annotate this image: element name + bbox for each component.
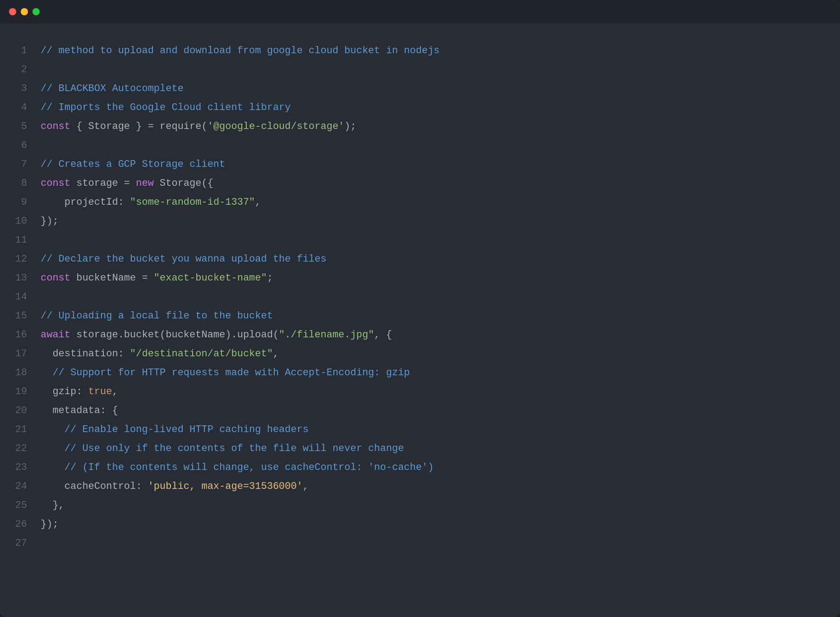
line-content: // (If the contents will change, use cac… (41, 458, 434, 477)
code-line: 6 (9, 136, 831, 155)
code-line: 25 }, (9, 496, 831, 515)
code-line: 19 gzip: true, (9, 382, 831, 401)
code-line: 11 (9, 231, 831, 250)
line-number: 9 (9, 193, 41, 212)
code-line: 12// Declare the bucket you wanna upload… (9, 250, 831, 269)
line-number: 13 (9, 269, 41, 288)
line-content (41, 60, 46, 79)
line-number: 22 (9, 439, 41, 458)
line-number: 24 (9, 477, 41, 496)
line-number: 14 (9, 288, 41, 307)
code-line: 16await storage.bucket(bucketName).uploa… (9, 326, 831, 345)
line-number: 26 (9, 515, 41, 534)
line-number: 3 (9, 79, 41, 98)
code-line: 26}); (9, 515, 831, 534)
line-content (41, 288, 46, 307)
code-line: 1// method to upload and download from g… (9, 41, 831, 60)
editor-window: 1// method to upload and download from g… (0, 0, 840, 617)
code-line: 10}); (9, 212, 831, 231)
close-button[interactable] (9, 8, 16, 15)
code-line: 21 // Enable long-lived HTTP caching hea… (9, 420, 831, 439)
line-content: }, (41, 496, 65, 515)
minimize-button[interactable] (21, 8, 28, 15)
code-line: 18 // Support for HTTP requests made wit… (9, 364, 831, 382)
line-content (41, 136, 46, 155)
line-content: gzip: true, (41, 382, 118, 401)
line-number: 2 (9, 60, 41, 79)
code-line: 13const bucketName = "exact-bucket-name"… (9, 269, 831, 288)
line-number: 25 (9, 496, 41, 515)
line-number: 15 (9, 307, 41, 326)
line-number: 12 (9, 250, 41, 269)
line-content: const storage = new Storage({ (41, 174, 213, 193)
line-number: 21 (9, 420, 41, 439)
code-line: 3// BLACKBOX Autocomplete (9, 79, 831, 98)
line-number: 7 (9, 155, 41, 174)
code-line: 20 metadata: { (9, 401, 831, 420)
line-number: 1 (9, 41, 41, 60)
line-content: metadata: { (41, 401, 118, 420)
line-content (41, 231, 46, 250)
line-number: 27 (9, 534, 41, 553)
code-line: 24 cacheControl: 'public, max-age=315360… (9, 477, 831, 496)
line-number: 6 (9, 136, 41, 155)
line-content: // Use only if the contents of the file … (41, 439, 404, 458)
line-number: 23 (9, 458, 41, 477)
code-line: 8const storage = new Storage({ (9, 174, 831, 193)
line-content: }); (41, 515, 59, 534)
code-line: 23 // (If the contents will change, use … (9, 458, 831, 477)
line-content (41, 534, 46, 553)
line-content: // Creates a GCP Storage client (41, 155, 225, 174)
code-line: 9 projectId: "some-random-id-1337", (9, 193, 831, 212)
code-line: 5const { Storage } = require('@google-cl… (9, 117, 831, 136)
line-content: projectId: "some-random-id-1337", (41, 193, 261, 212)
line-number: 10 (9, 212, 41, 231)
line-content: }); (41, 212, 59, 231)
line-number: 8 (9, 174, 41, 193)
line-number: 11 (9, 231, 41, 250)
code-line: 4// Imports the Google Cloud client libr… (9, 98, 831, 117)
line-number: 4 (9, 98, 41, 117)
line-content: cacheControl: 'public, max-age=31536000'… (41, 477, 309, 496)
line-number: 17 (9, 345, 41, 364)
traffic-lights (9, 8, 40, 15)
line-content: // method to upload and download from go… (41, 41, 440, 60)
line-content: // Declare the bucket you wanna upload t… (41, 250, 327, 269)
line-content: const bucketName = "exact-bucket-name"; (41, 269, 273, 288)
code-line: 15// Uploading a local file to the bucke… (9, 307, 831, 326)
code-line: 7// Creates a GCP Storage client (9, 155, 831, 174)
line-content: // Uploading a local file to the bucket (41, 307, 273, 326)
line-content: // Imports the Google Cloud client libra… (41, 98, 291, 117)
line-content: destination: "/destination/at/bucket", (41, 345, 279, 364)
line-number: 5 (9, 117, 41, 136)
code-line: 17 destination: "/destination/at/bucket"… (9, 345, 831, 364)
line-number: 18 (9, 364, 41, 382)
line-content: await storage.bucket(bucketName).upload(… (41, 326, 392, 345)
line-number: 19 (9, 382, 41, 401)
code-line: 2 (9, 60, 831, 79)
line-content: const { Storage } = require('@google-clo… (41, 117, 356, 136)
code-line: 14 (9, 288, 831, 307)
code-line: 27 (9, 534, 831, 553)
maximize-button[interactable] (32, 8, 40, 15)
line-number: 16 (9, 326, 41, 345)
code-editor[interactable]: 1// method to upload and download from g… (0, 23, 840, 617)
line-content: // Enable long-lived HTTP caching header… (41, 420, 309, 439)
line-content: // BLACKBOX Autocomplete (41, 79, 184, 98)
titlebar (0, 0, 840, 23)
code-line: 22 // Use only if the contents of the fi… (9, 439, 831, 458)
line-content: // Support for HTTP requests made with A… (41, 364, 410, 382)
line-number: 20 (9, 401, 41, 420)
